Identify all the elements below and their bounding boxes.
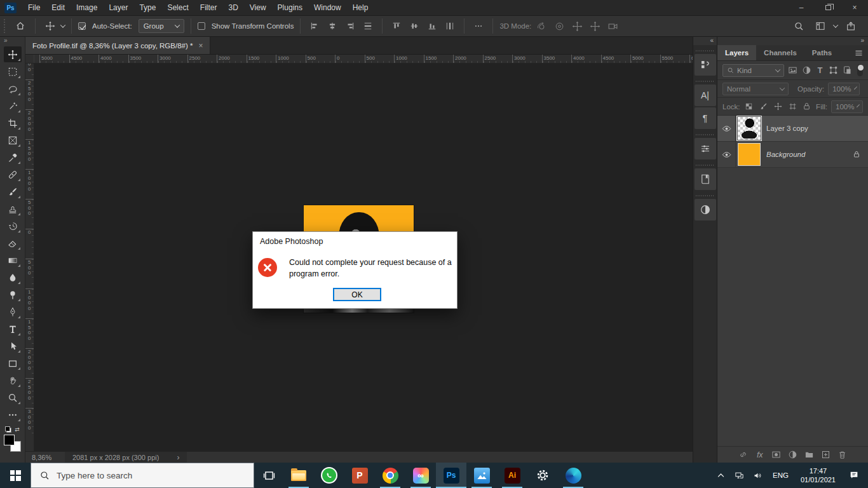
rectangle-tool[interactable] <box>4 355 22 371</box>
align-bottom-button[interactable] <box>424 18 440 34</box>
close-button[interactable]: × <box>841 0 868 15</box>
menu-file[interactable]: File <box>22 0 46 15</box>
tool-preset-button[interactable] <box>42 18 58 34</box>
tools-panel-collapse[interactable]: » <box>0 37 25 45</box>
action-center-button[interactable] <box>843 463 865 488</box>
menu-window[interactable]: Window <box>308 0 347 15</box>
menu-help[interactable]: Help <box>347 0 374 15</box>
zoom-tool[interactable] <box>4 390 22 405</box>
layer-name[interactable]: Layer 3 copy <box>766 125 868 132</box>
tab-close-icon[interactable]: × <box>198 41 203 50</box>
menu-edit[interactable]: Edit <box>46 0 71 15</box>
libraries-panel[interactable] <box>695 168 716 190</box>
taskbar-chrome[interactable] <box>375 463 405 488</box>
minimize-button[interactable]: – <box>788 0 815 15</box>
object-selection-tool[interactable] <box>4 98 22 114</box>
path-selection-tool[interactable] <box>4 338 22 354</box>
layer-thumbnail[interactable] <box>738 143 761 166</box>
new-group-button[interactable] <box>802 449 816 461</box>
menu-filter[interactable]: Filter <box>194 0 223 15</box>
layer-visibility-toggle[interactable] <box>717 142 736 167</box>
tab-channels[interactable]: Channels <box>756 45 804 60</box>
layer-row[interactable]: Background <box>717 142 868 168</box>
menu-layer[interactable]: Layer <box>103 0 133 15</box>
properties-panel[interactable] <box>695 138 716 159</box>
history-brush-tool[interactable] <box>4 218 22 234</box>
share-button[interactable] <box>843 18 859 34</box>
glyphs-panel[interactable] <box>695 54 716 76</box>
start-button[interactable] <box>0 463 31 488</box>
lock-image-pixels-button[interactable] <box>758 101 769 112</box>
layer-visibility-toggle[interactable] <box>717 116 736 141</box>
ok-button[interactable]: OK <box>333 288 381 301</box>
taskbar-whatsapp[interactable] <box>314 463 344 488</box>
taskbar-adobe-creative-cloud[interactable]: ∞ <box>405 463 436 488</box>
new-layer-button[interactable] <box>818 449 832 461</box>
slide-3d-button[interactable] <box>587 18 602 34</box>
panel-menu-button[interactable] <box>849 45 868 60</box>
workspace-switcher-button[interactable] <box>812 18 829 34</box>
filter-smart-objects-button[interactable] <box>843 64 852 76</box>
crop-tool[interactable] <box>4 115 22 131</box>
hand-tool[interactable] <box>4 372 22 388</box>
lock-artboard-button[interactable] <box>787 101 798 112</box>
network-button[interactable] <box>731 463 748 488</box>
pen-tool[interactable] <box>4 304 22 320</box>
distribute-centers-button[interactable] <box>360 18 376 34</box>
gradient-tool[interactable] <box>4 252 22 268</box>
tab-paths[interactable]: Paths <box>804 45 839 60</box>
opacity-field[interactable]: 100% <box>828 83 860 95</box>
add-layer-mask-button[interactable] <box>770 449 783 461</box>
new-adjustment-layer-button[interactable] <box>786 449 800 461</box>
menu-select[interactable]: Select <box>161 0 194 15</box>
menu-type[interactable]: Type <box>133 0 161 15</box>
home-button[interactable] <box>12 18 29 34</box>
move-tool[interactable] <box>4 46 22 62</box>
orbit-3d-button[interactable] <box>534 18 549 34</box>
distribute-vertical-button[interactable] <box>442 18 458 34</box>
taskbar-file-explorer[interactable] <box>283 463 314 488</box>
spot-healing-brush-tool[interactable] <box>4 166 22 182</box>
menu-plugins[interactable]: Plugins <box>272 0 308 15</box>
adjustments-panel[interactable] <box>695 199 716 220</box>
align-top-button[interactable] <box>389 18 404 34</box>
filter-pixel-layers-button[interactable] <box>788 64 797 76</box>
brush-tool[interactable] <box>4 184 22 200</box>
clone-stamp-tool[interactable] <box>4 201 22 217</box>
default-colors-icon[interactable] <box>5 426 11 433</box>
status-expand-icon[interactable]: › <box>177 453 179 462</box>
blur-tool[interactable] <box>4 269 22 285</box>
menu-image[interactable]: Image <box>71 0 103 15</box>
taskbar-search[interactable] <box>31 463 254 488</box>
taskbar-photoshop[interactable]: Ps <box>436 463 466 488</box>
filter-adjustment-layers-button[interactable] <box>801 64 811 76</box>
taskbar-settings[interactable] <box>527 463 558 488</box>
lock-position-button[interactable] <box>773 101 783 112</box>
dodge-tool[interactable] <box>4 287 22 302</box>
paragraph-panel[interactable]: ¶ <box>695 107 716 129</box>
filter-shape-layers-button[interactable] <box>829 64 838 76</box>
zoom-level-field[interactable]: 8,36% <box>25 454 65 461</box>
align-center-button[interactable] <box>325 18 340 34</box>
expand-panels-button[interactable]: « <box>693 37 717 45</box>
align-right-button[interactable] <box>342 18 358 34</box>
panel-collapse-button[interactable]: » <box>717 37 868 45</box>
restore-button[interactable] <box>815 0 841 15</box>
align-left-button[interactable] <box>307 18 322 34</box>
edit-toolbar-button[interactable] <box>4 407 22 423</box>
blend-mode-dropdown[interactable]: Normal <box>722 83 789 95</box>
lock-transparent-pixels-button[interactable] <box>744 101 755 112</box>
menu-view[interactable]: View <box>244 0 272 15</box>
taskbar-edge[interactable] <box>558 463 588 488</box>
link-layers-button[interactable] <box>736 449 750 461</box>
task-view-button[interactable] <box>254 463 283 488</box>
layer-row[interactable]: Layer 3 copy <box>717 116 868 142</box>
swap-colors-icon[interactable]: ⇄ <box>15 426 20 433</box>
camera-3d-button[interactable] <box>605 18 620 34</box>
taskbar-powerpoint[interactable]: P <box>344 463 375 488</box>
show-transform-checkbox[interactable] <box>198 22 205 30</box>
ruler-corner[interactable] <box>25 55 34 63</box>
rectangular-marquee-tool[interactable] <box>4 64 22 79</box>
lock-all-button[interactable] <box>801 101 812 112</box>
volume-button[interactable] <box>749 463 766 488</box>
